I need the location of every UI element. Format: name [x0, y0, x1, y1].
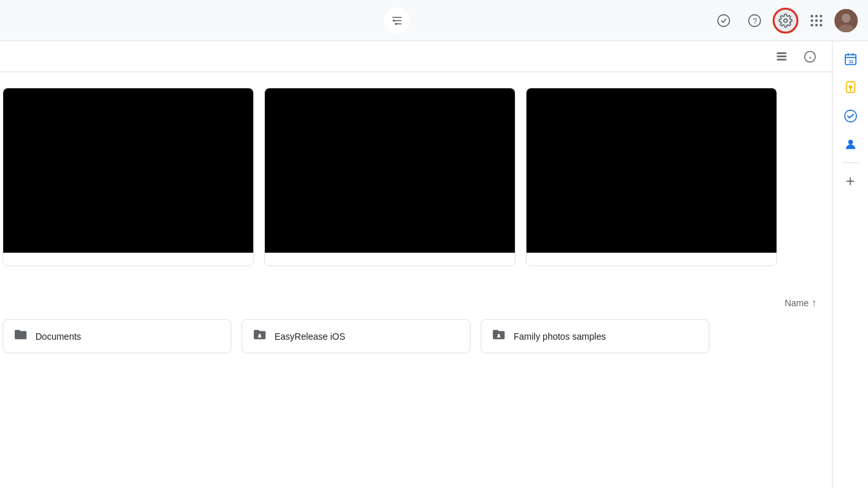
shared-folder-icon-family-photos	[492, 327, 506, 345]
svg-rect-14	[777, 55, 787, 57]
sidebar-calendar-button[interactable]: 31	[838, 46, 863, 72]
help-button[interactable]: ?	[742, 8, 767, 34]
svg-point-3	[392, 19, 394, 21]
thumbnail-image-2	[265, 88, 515, 253]
avatar[interactable]	[834, 9, 858, 32]
add-icon: +	[845, 172, 854, 190]
thumbnail-card-2[interactable]	[264, 88, 516, 266]
toolbar-row	[0, 41, 832, 72]
svg-rect-15	[777, 59, 787, 61]
sort-button[interactable]: Name ↑	[785, 297, 816, 309]
thumbnail-footer-2	[265, 253, 515, 266]
folder-item-easyrelease[interactable]: EasyRelease iOS	[242, 319, 470, 353]
svg-point-29	[848, 140, 853, 144]
info-button[interactable]	[798, 45, 822, 68]
thumbnail-footer-1	[3, 253, 253, 266]
checkmark-button[interactable]	[711, 8, 737, 34]
files-content: Name ↑ Documents	[0, 72, 832, 488]
sidebar-contacts-button[interactable]	[838, 132, 863, 157]
sidebar-add-button[interactable]: +	[838, 168, 863, 194]
thumbnail-card-3[interactable]	[526, 88, 777, 266]
avatar-image	[834, 9, 858, 32]
svg-point-6	[718, 14, 729, 26]
svg-point-27	[849, 85, 853, 89]
thumbnail-footer-3	[526, 253, 776, 266]
svg-point-9	[784, 19, 787, 23]
grid-dots-icon	[811, 15, 822, 26]
sidebar-tasklist-button[interactable]	[838, 103, 863, 129]
sort-label-text: Name	[785, 298, 809, 308]
top-bar-left	[10, 8, 410, 34]
thumbnail-image-3	[526, 88, 776, 253]
main-wrapper: Name ↑ Documents	[0, 41, 868, 488]
folder-item-documents[interactable]: Documents	[3, 319, 231, 353]
shared-folder-icon-easyrelease	[253, 327, 267, 345]
filter-button[interactable]	[384, 8, 410, 34]
folder-icon-documents	[14, 327, 28, 345]
top-bar: ?	[0, 0, 868, 41]
sidebar-divider	[842, 162, 860, 163]
thumbnail-card-1[interactable]	[3, 88, 254, 266]
sidebar-tasks-button[interactable]	[838, 75, 863, 101]
content-area: Name ↑ Documents	[0, 41, 832, 488]
folder-name-easyrelease: EasyRelease iOS	[275, 331, 345, 342]
thumbnail-image-1	[3, 88, 253, 253]
settings-button[interactable]	[773, 8, 798, 34]
right-sidebar: 31 +	[832, 41, 868, 488]
svg-rect-13	[777, 52, 787, 54]
folder-name-documents: Documents	[35, 331, 81, 342]
svg-point-11	[842, 14, 851, 23]
svg-text:31: 31	[849, 59, 854, 64]
sort-arrow-icon: ↑	[811, 297, 816, 309]
folders-row: Documents EasyRelease iOS	[10, 319, 822, 353]
list-view-button[interactable]	[770, 45, 793, 68]
folder-name-family-photos: Family photos samples	[514, 331, 606, 342]
svg-point-4	[395, 23, 397, 24]
svg-text:?: ?	[753, 16, 757, 25]
folder-item-family-photos[interactable]: Family photos samples	[481, 319, 709, 353]
thumbnails-row	[10, 88, 822, 266]
top-bar-right: ?	[711, 8, 858, 34]
sort-row: Name ↑	[10, 297, 822, 309]
apps-button[interactable]	[804, 8, 829, 34]
